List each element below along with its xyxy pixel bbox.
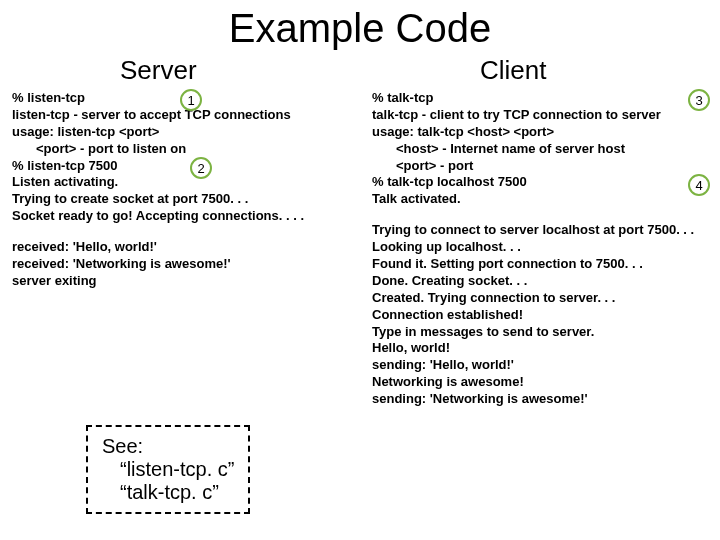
page-title: Example Code <box>0 6 720 51</box>
client-line10: Found it. Setting port connection to 750… <box>372 256 712 273</box>
badge-3: 3 <box>688 89 710 111</box>
badge-1: 1 <box>180 89 202 111</box>
client-body: % talk-tcp talk-tcp - client to try TCP … <box>372 90 712 408</box>
server-line4: <port> - port to listen on <box>12 141 352 158</box>
client-line14: Type in messages to send to server. <box>372 324 712 341</box>
client-line13: Connection established! <box>372 307 712 324</box>
server-line3: usage: listen-tcp <port> <box>12 124 352 141</box>
client-line8: Trying to connect to server localhost at… <box>372 222 712 239</box>
client-line11: Done. Creating socket. . . <box>372 273 712 290</box>
server-body: % listen-tcp listen-tcp - server to acce… <box>12 90 352 290</box>
client-line6: % talk-tcp localhost 7500 <box>372 174 712 191</box>
server-line2: listen-tcp - server to accept TCP connec… <box>12 107 352 124</box>
client-line7: Talk activated. <box>372 191 712 208</box>
client-line4: <host> - Internet name of server host <box>372 141 712 158</box>
client-line1: % talk-tcp <box>372 90 712 107</box>
client-line12: Created. Trying connection to server. . … <box>372 290 712 307</box>
client-line5: <port> - port <box>372 158 712 175</box>
server-line8: Socket ready to go! Accepting connection… <box>12 208 352 225</box>
see-box: See: “listen-tcp. c” “talk-tcp. c” <box>86 425 250 514</box>
server-column: Server 1 2 % listen-tcp listen-tcp - ser… <box>0 55 360 408</box>
client-line17: Networking is awesome! <box>372 374 712 391</box>
see-item-1: “listen-tcp. c” <box>102 458 234 481</box>
client-line16: sending: 'Hello, world!' <box>372 357 712 374</box>
client-line15: Hello, world! <box>372 340 712 357</box>
server-line11: server exiting <box>12 273 352 290</box>
server-header: Server <box>120 55 352 86</box>
see-title: See: <box>102 435 234 458</box>
server-line5: % listen-tcp 7500 <box>12 158 352 175</box>
client-line2: talk-tcp - client to try TCP connection … <box>372 107 712 124</box>
server-line7: Trying to create socket at port 7500. . … <box>12 191 352 208</box>
client-line18: sending: 'Networking is awesome!' <box>372 391 712 408</box>
columns: Server 1 2 % listen-tcp listen-tcp - ser… <box>0 55 720 408</box>
server-line6: Listen activating. <box>12 174 352 191</box>
server-line9: received: 'Hello, world!' <box>12 239 352 256</box>
badge-2: 2 <box>190 157 212 179</box>
client-column: Client 3 4 % talk-tcp talk-tcp - client … <box>360 55 720 408</box>
client-line9: Looking up localhost. . . <box>372 239 712 256</box>
see-item-2: “talk-tcp. c” <box>102 481 234 504</box>
client-line3: usage: talk-tcp <host> <port> <box>372 124 712 141</box>
client-header: Client <box>480 55 712 86</box>
badge-4: 4 <box>688 174 710 196</box>
server-line10: received: 'Networking is awesome!' <box>12 256 352 273</box>
